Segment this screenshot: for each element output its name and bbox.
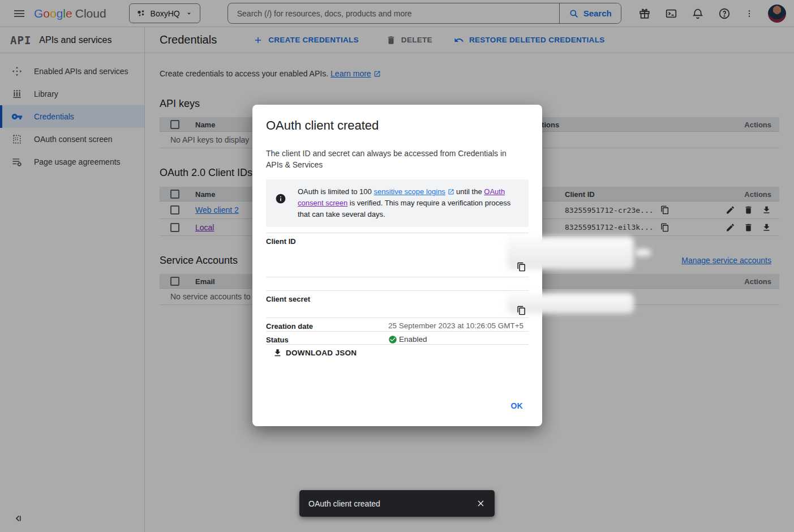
dialog-fields: Client ID Client secret Creation date 25… (266, 233, 529, 345)
client-id-label: Client ID (266, 233, 388, 277)
notice-part: until the (454, 187, 484, 196)
status-value: Enabled (399, 335, 427, 344)
ok-button[interactable]: OK (505, 398, 529, 414)
creation-date-row: Creation date 25 September 2023 at 10:26… (266, 318, 529, 331)
client-id-row: Client ID (266, 233, 529, 277)
status-label: Status (266, 332, 388, 344)
snackbar-toast: OAuth client created (299, 490, 495, 517)
copy-client-secret-icon[interactable] (517, 306, 526, 315)
check-circle-icon (388, 335, 397, 344)
client-secret-label: Client secret (266, 291, 388, 318)
close-icon (476, 499, 486, 508)
dialog-subtitle: The client ID and secret can always be a… (266, 148, 522, 170)
notice-text: OAuth is limited to 100 sensitive scope … (298, 186, 520, 220)
download-json-label: DOWNLOAD JSON (286, 349, 357, 357)
status-row: Status Enabled (266, 331, 529, 345)
row-spacer (266, 277, 529, 290)
notice-part: OAuth is limited to 100 (298, 187, 374, 196)
toast-close-button[interactable] (471, 494, 490, 513)
download-icon (273, 348, 282, 358)
dialog-title: OAuth client created (266, 118, 529, 133)
creation-date-label: Creation date (266, 318, 388, 331)
creation-date-value: 25 September 2023 at 10:26:05 GMT+5 (388, 318, 529, 331)
info-icon (275, 193, 286, 204)
toast-message: OAuth client created (308, 499, 380, 508)
download-json-button[interactable]: DOWNLOAD JSON (273, 348, 357, 358)
external-link-icon (448, 188, 454, 195)
oauth-client-created-dialog: OAuth client created The client ID and s… (252, 105, 542, 426)
client-secret-row: Client secret (266, 290, 529, 318)
verification-notice: OAuth is limited to 100 sensitive scope … (266, 179, 529, 227)
copy-client-id-icon[interactable] (517, 262, 526, 272)
client-id-redacted (635, 249, 651, 256)
sensitive-scope-logins-link[interactable]: sensitive scope logins (374, 187, 445, 196)
